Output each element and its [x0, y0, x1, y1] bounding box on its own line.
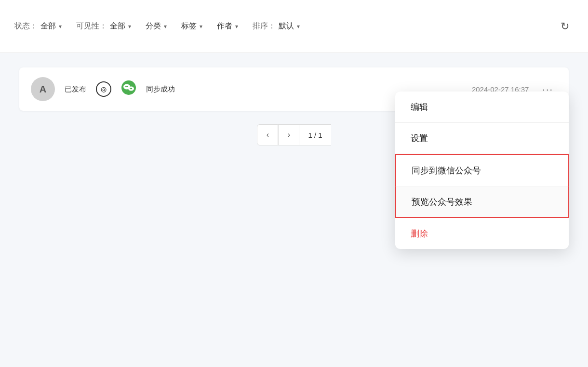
tags-chevron-icon: ▾: [200, 23, 202, 30]
svg-point-5: [130, 88, 131, 89]
status-chevron-icon: ▾: [59, 23, 62, 30]
sort-label: 排序：: [253, 21, 276, 31]
sync-status: 同步成功: [146, 85, 175, 94]
status-value: 全部: [40, 21, 56, 31]
next-page-button[interactable]: ›: [278, 124, 299, 145]
eye-icon: ◎: [96, 81, 111, 97]
category-label: 分类: [146, 21, 161, 31]
visibility-value: 全部: [110, 21, 125, 31]
avatar: A: [31, 77, 55, 101]
sort-chevron-icon: ▾: [297, 23, 300, 30]
prev-icon: ‹: [267, 131, 269, 139]
filter-status[interactable]: 状态： 全部 ▾: [14, 21, 62, 31]
refresh-icon: ↻: [561, 20, 569, 33]
filter-visibility[interactable]: 可见性： 全部 ▾: [76, 21, 131, 31]
next-icon: ›: [288, 131, 290, 139]
svg-point-2: [125, 86, 127, 87]
article-status: 已发布: [65, 85, 86, 94]
visibility-chevron-icon: ▾: [128, 23, 131, 30]
menu-item-delete[interactable]: 删除: [395, 218, 569, 249]
tags-label: 标签: [181, 21, 197, 31]
author-label: 作者: [217, 21, 232, 31]
sort-value: 默认: [279, 21, 294, 31]
dropdown-menu: 编辑 设置 同步到微信公众号 预览公众号效果 删除: [395, 92, 569, 249]
filter-sort[interactable]: 排序： 默认 ▾: [253, 21, 300, 31]
toolbar: 状态： 全部 ▾ 可见性： 全部 ▾ 分类 ▾ 标签 ▾ 作者 ▾ 排序： 默认…: [0, 0, 588, 53]
refresh-button[interactable]: ↻: [556, 18, 574, 35]
category-chevron-icon: ▾: [164, 23, 167, 30]
status-label: 状态：: [14, 21, 38, 31]
visibility-label: 可见性：: [76, 21, 107, 31]
menu-item-preview[interactable]: 预览公众号效果: [395, 186, 569, 218]
menu-item-edit[interactable]: 编辑: [395, 92, 569, 123]
page-info: 1 / 1: [299, 124, 331, 145]
author-chevron-icon: ▾: [235, 23, 238, 30]
filter-category[interactable]: 分类 ▾: [146, 21, 167, 31]
prev-page-button[interactable]: ‹: [257, 124, 278, 145]
menu-item-sync-wechat[interactable]: 同步到微信公众号: [395, 154, 569, 186]
menu-item-settings[interactable]: 设置: [395, 123, 569, 154]
filter-tags[interactable]: 标签 ▾: [181, 21, 202, 31]
filter-author[interactable]: 作者 ▾: [217, 21, 238, 31]
svg-point-6: [131, 88, 132, 89]
wechat-platform-icon: [121, 80, 136, 99]
svg-point-3: [127, 86, 128, 87]
